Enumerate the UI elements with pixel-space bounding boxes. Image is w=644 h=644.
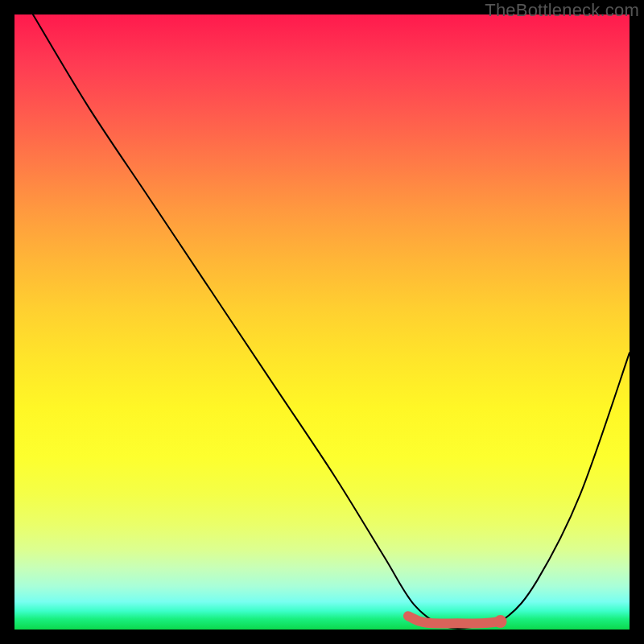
watermark-text: TheBottleneck.com — [485, 0, 639, 21]
bottleneck-curve-path — [33, 14, 630, 629]
optimal-range-endpoint — [494, 615, 507, 628]
chart-svg — [14, 14, 630, 630]
optimal-range-highlight — [408, 616, 501, 623]
